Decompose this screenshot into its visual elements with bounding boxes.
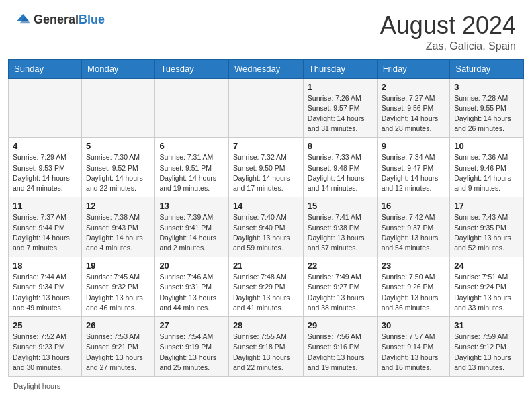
day-info: Sunrise: 7:41 AM Sunset: 9:38 PM Dayligh… bbox=[308, 212, 373, 253]
calendar-cell: 13Sunrise: 7:39 AM Sunset: 9:41 PM Dayli… bbox=[155, 197, 229, 257]
calendar-cell bbox=[228, 78, 303, 138]
day-info: Sunrise: 7:30 AM Sunset: 9:52 PM Dayligh… bbox=[86, 152, 150, 193]
location: Zas, Galicia, Spain bbox=[380, 40, 516, 52]
day-number: 16 bbox=[382, 201, 446, 211]
weekday-saturday: Saturday bbox=[450, 59, 524, 78]
day-info: Sunrise: 7:52 AM Sunset: 9:23 PM Dayligh… bbox=[13, 332, 77, 373]
calendar-cell: 11Sunrise: 7:37 AM Sunset: 9:44 PM Dayli… bbox=[9, 197, 82, 257]
day-info: Sunrise: 7:36 AM Sunset: 9:46 PM Dayligh… bbox=[454, 152, 519, 193]
calendar-cell: 26Sunrise: 7:53 AM Sunset: 9:21 PM Dayli… bbox=[82, 317, 155, 377]
day-info: Sunrise: 7:27 AM Sunset: 9:56 PM Dayligh… bbox=[382, 93, 446, 134]
weekday-tuesday: Tuesday bbox=[155, 59, 229, 78]
day-number: 31 bbox=[454, 320, 519, 330]
weekday-thursday: Thursday bbox=[303, 59, 377, 78]
day-info: Sunrise: 7:33 AM Sunset: 9:48 PM Dayligh… bbox=[308, 152, 373, 193]
day-info: Sunrise: 7:50 AM Sunset: 9:26 PM Dayligh… bbox=[382, 272, 446, 313]
logo-general: General bbox=[34, 13, 79, 26]
day-info: Sunrise: 7:29 AM Sunset: 9:53 PM Dayligh… bbox=[13, 152, 77, 193]
day-number: 28 bbox=[233, 320, 299, 330]
day-info: Sunrise: 7:46 AM Sunset: 9:31 PM Dayligh… bbox=[159, 272, 224, 313]
day-number: 12 bbox=[86, 201, 150, 211]
day-number: 19 bbox=[86, 261, 150, 271]
calendar-week-1: 1Sunrise: 7:26 AM Sunset: 9:57 PM Daylig… bbox=[9, 78, 524, 138]
day-number: 8 bbox=[308, 141, 373, 151]
weekday-monday: Monday bbox=[82, 59, 155, 78]
calendar-week-4: 18Sunrise: 7:44 AM Sunset: 9:34 PM Dayli… bbox=[9, 257, 524, 317]
weekday-wednesday: Wednesday bbox=[228, 59, 303, 78]
month-year: August 2024 bbox=[380, 12, 516, 39]
day-info: Sunrise: 7:40 AM Sunset: 9:40 PM Dayligh… bbox=[233, 212, 299, 253]
calendar-cell: 12Sunrise: 7:38 AM Sunset: 9:43 PM Dayli… bbox=[82, 197, 155, 257]
calendar-table: SundayMondayTuesdayWednesdayThursdayFrid… bbox=[8, 59, 524, 377]
day-info: Sunrise: 7:34 AM Sunset: 9:47 PM Dayligh… bbox=[382, 152, 446, 193]
calendar-week-2: 4Sunrise: 7:29 AM Sunset: 9:53 PM Daylig… bbox=[9, 138, 524, 197]
day-number: 23 bbox=[382, 261, 446, 271]
weekday-friday: Friday bbox=[377, 59, 450, 78]
calendar-cell: 31Sunrise: 7:59 AM Sunset: 9:12 PM Dayli… bbox=[450, 317, 524, 377]
day-number: 14 bbox=[233, 201, 299, 211]
day-number: 4 bbox=[13, 141, 77, 151]
day-info: Sunrise: 7:45 AM Sunset: 9:32 PM Dayligh… bbox=[86, 272, 150, 313]
weekday-sunday: Sunday bbox=[9, 59, 82, 78]
day-number: 18 bbox=[13, 261, 77, 271]
day-number: 21 bbox=[233, 261, 299, 271]
day-number: 10 bbox=[454, 141, 519, 151]
logo-blue: Blue bbox=[79, 13, 105, 26]
calendar-cell: 7Sunrise: 7:32 AM Sunset: 9:50 PM Daylig… bbox=[228, 138, 303, 197]
day-number: 26 bbox=[86, 320, 150, 330]
calendar-cell: 25Sunrise: 7:52 AM Sunset: 9:23 PM Dayli… bbox=[9, 317, 82, 377]
day-number: 30 bbox=[382, 320, 446, 330]
day-number: 6 bbox=[159, 141, 224, 151]
day-info: Sunrise: 7:32 AM Sunset: 9:50 PM Dayligh… bbox=[233, 152, 299, 193]
title-block: August 2024 Zas, Galicia, Spain bbox=[380, 12, 516, 52]
calendar-cell: 19Sunrise: 7:45 AM Sunset: 9:32 PM Dayli… bbox=[82, 257, 155, 317]
day-info: Sunrise: 7:55 AM Sunset: 9:18 PM Dayligh… bbox=[233, 332, 299, 373]
calendar-cell: 20Sunrise: 7:46 AM Sunset: 9:31 PM Dayli… bbox=[155, 257, 229, 317]
logo: GeneralBlue bbox=[16, 12, 105, 27]
logo-icon bbox=[16, 12, 31, 27]
day-info: Sunrise: 7:37 AM Sunset: 9:44 PM Dayligh… bbox=[13, 212, 77, 253]
calendar-cell bbox=[155, 78, 229, 138]
day-number: 5 bbox=[86, 141, 150, 151]
daylight-label: Daylight hours bbox=[13, 382, 60, 390]
calendar-cell: 6Sunrise: 7:31 AM Sunset: 9:51 PM Daylig… bbox=[155, 138, 229, 197]
day-number: 7 bbox=[233, 141, 299, 151]
calendar-cell: 23Sunrise: 7:50 AM Sunset: 9:26 PM Dayli… bbox=[377, 257, 450, 317]
calendar-cell: 16Sunrise: 7:42 AM Sunset: 9:37 PM Dayli… bbox=[377, 197, 450, 257]
day-number: 11 bbox=[13, 201, 77, 211]
calendar-cell: 10Sunrise: 7:36 AM Sunset: 9:46 PM Dayli… bbox=[450, 138, 524, 197]
calendar-cell: 18Sunrise: 7:44 AM Sunset: 9:34 PM Dayli… bbox=[9, 257, 82, 317]
day-info: Sunrise: 7:59 AM Sunset: 9:12 PM Dayligh… bbox=[454, 332, 519, 373]
calendar-cell: 1Sunrise: 7:26 AM Sunset: 9:57 PM Daylig… bbox=[303, 78, 377, 138]
day-number: 20 bbox=[159, 261, 224, 271]
calendar-cell: 5Sunrise: 7:30 AM Sunset: 9:52 PM Daylig… bbox=[82, 138, 155, 197]
calendar-cell: 24Sunrise: 7:51 AM Sunset: 9:24 PM Dayli… bbox=[450, 257, 524, 317]
day-number: 27 bbox=[159, 320, 224, 330]
calendar-cell: 27Sunrise: 7:54 AM Sunset: 9:19 PM Dayli… bbox=[155, 317, 229, 377]
calendar-cell: 21Sunrise: 7:48 AM Sunset: 9:29 PM Dayli… bbox=[228, 257, 303, 317]
day-info: Sunrise: 7:48 AM Sunset: 9:29 PM Dayligh… bbox=[233, 272, 299, 313]
weekday-header-row: SundayMondayTuesdayWednesdayThursdayFrid… bbox=[9, 59, 524, 78]
day-info: Sunrise: 7:44 AM Sunset: 9:34 PM Dayligh… bbox=[13, 272, 77, 313]
day-number: 17 bbox=[454, 201, 519, 211]
calendar-cell: 3Sunrise: 7:28 AM Sunset: 9:55 PM Daylig… bbox=[450, 78, 524, 138]
calendar-cell: 22Sunrise: 7:49 AM Sunset: 9:27 PM Dayli… bbox=[303, 257, 377, 317]
calendar-cell: 15Sunrise: 7:41 AM Sunset: 9:38 PM Dayli… bbox=[303, 197, 377, 257]
day-info: Sunrise: 7:42 AM Sunset: 9:37 PM Dayligh… bbox=[382, 212, 446, 253]
day-info: Sunrise: 7:53 AM Sunset: 9:21 PM Dayligh… bbox=[86, 332, 150, 373]
calendar-cell: 2Sunrise: 7:27 AM Sunset: 9:56 PM Daylig… bbox=[377, 78, 450, 138]
calendar-body: 1Sunrise: 7:26 AM Sunset: 9:57 PM Daylig… bbox=[9, 78, 524, 376]
day-number: 22 bbox=[308, 261, 373, 271]
day-number: 25 bbox=[13, 320, 77, 330]
day-info: Sunrise: 7:39 AM Sunset: 9:41 PM Dayligh… bbox=[159, 212, 224, 253]
day-number: 15 bbox=[308, 201, 373, 211]
calendar-week-5: 25Sunrise: 7:52 AM Sunset: 9:23 PM Dayli… bbox=[9, 317, 524, 377]
calendar-cell: 14Sunrise: 7:40 AM Sunset: 9:40 PM Dayli… bbox=[228, 197, 303, 257]
day-info: Sunrise: 7:57 AM Sunset: 9:14 PM Dayligh… bbox=[382, 332, 446, 373]
footer-note: Daylight hours bbox=[0, 377, 532, 396]
day-info: Sunrise: 7:28 AM Sunset: 9:55 PM Dayligh… bbox=[454, 93, 519, 134]
day-number: 3 bbox=[454, 82, 519, 92]
calendar-cell: 4Sunrise: 7:29 AM Sunset: 9:53 PM Daylig… bbox=[9, 138, 82, 197]
day-info: Sunrise: 7:38 AM Sunset: 9:43 PM Dayligh… bbox=[86, 212, 150, 253]
calendar-cell bbox=[9, 78, 82, 138]
